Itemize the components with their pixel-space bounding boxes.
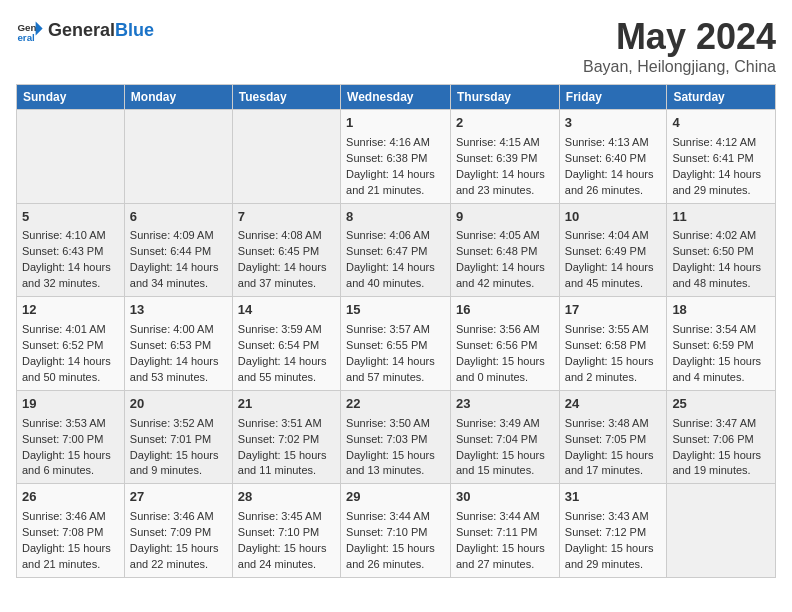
daylight-text: Daylight: 14 hours and 40 minutes. <box>346 261 435 289</box>
daylight-text: Daylight: 14 hours and 50 minutes. <box>22 355 111 383</box>
day-number: 30 <box>456 488 554 507</box>
calendar-day-empty <box>232 110 340 204</box>
sunset-text: Sunset: 6:49 PM <box>565 245 646 257</box>
day-number: 24 <box>565 395 662 414</box>
day-number: 7 <box>238 208 335 227</box>
calendar-day-31: 31Sunrise: 3:43 AMSunset: 7:12 PMDayligh… <box>559 484 667 578</box>
sunset-text: Sunset: 6:47 PM <box>346 245 427 257</box>
sunrise-text: Sunrise: 3:46 AM <box>22 510 106 522</box>
calendar-week-row: 12Sunrise: 4:01 AMSunset: 6:52 PMDayligh… <box>17 297 776 391</box>
calendar-day-empty <box>667 484 776 578</box>
daylight-text: Daylight: 14 hours and 57 minutes. <box>346 355 435 383</box>
daylight-text: Daylight: 15 hours and 17 minutes. <box>565 449 654 477</box>
day-number: 23 <box>456 395 554 414</box>
sunrise-text: Sunrise: 3:55 AM <box>565 323 649 335</box>
main-title: May 2024 <box>583 16 776 58</box>
sunrise-text: Sunrise: 3:54 AM <box>672 323 756 335</box>
sunrise-text: Sunrise: 3:51 AM <box>238 417 322 429</box>
calendar-table: SundayMondayTuesdayWednesdayThursdayFrid… <box>16 84 776 578</box>
daylight-text: Daylight: 15 hours and 24 minutes. <box>238 542 327 570</box>
logo-blue: Blue <box>115 20 154 40</box>
sunrise-text: Sunrise: 3:53 AM <box>22 417 106 429</box>
day-number: 26 <box>22 488 119 507</box>
sunrise-text: Sunrise: 4:09 AM <box>130 229 214 241</box>
logo-text: General <box>48 20 115 40</box>
day-of-week-wednesday: Wednesday <box>341 85 451 110</box>
sunset-text: Sunset: 6:52 PM <box>22 339 103 351</box>
calendar-day-17: 17Sunrise: 3:55 AMSunset: 6:58 PMDayligh… <box>559 297 667 391</box>
daylight-text: Daylight: 14 hours and 55 minutes. <box>238 355 327 383</box>
sunrise-text: Sunrise: 4:00 AM <box>130 323 214 335</box>
calendar-day-20: 20Sunrise: 3:52 AMSunset: 7:01 PMDayligh… <box>124 390 232 484</box>
day-number: 27 <box>130 488 227 507</box>
daylight-text: Daylight: 15 hours and 9 minutes. <box>130 449 219 477</box>
sunset-text: Sunset: 7:10 PM <box>238 526 319 538</box>
calendar-day-empty <box>124 110 232 204</box>
daylight-text: Daylight: 15 hours and 19 minutes. <box>672 449 761 477</box>
calendar-day-22: 22Sunrise: 3:50 AMSunset: 7:03 PMDayligh… <box>341 390 451 484</box>
day-of-week-thursday: Thursday <box>451 85 560 110</box>
sunset-text: Sunset: 6:40 PM <box>565 152 646 164</box>
sunset-text: Sunset: 7:01 PM <box>130 433 211 445</box>
daylight-text: Daylight: 15 hours and 15 minutes. <box>456 449 545 477</box>
sunset-text: Sunset: 6:56 PM <box>456 339 537 351</box>
sunrise-text: Sunrise: 4:01 AM <box>22 323 106 335</box>
sunset-text: Sunset: 7:11 PM <box>456 526 537 538</box>
calendar-day-21: 21Sunrise: 3:51 AMSunset: 7:02 PMDayligh… <box>232 390 340 484</box>
day-of-week-friday: Friday <box>559 85 667 110</box>
day-number: 19 <box>22 395 119 414</box>
day-number: 13 <box>130 301 227 320</box>
day-number: 20 <box>130 395 227 414</box>
calendar-day-28: 28Sunrise: 3:45 AMSunset: 7:10 PMDayligh… <box>232 484 340 578</box>
day-number: 21 <box>238 395 335 414</box>
day-number: 14 <box>238 301 335 320</box>
calendar-day-16: 16Sunrise: 3:56 AMSunset: 6:56 PMDayligh… <box>451 297 560 391</box>
calendar-day-23: 23Sunrise: 3:49 AMSunset: 7:04 PMDayligh… <box>451 390 560 484</box>
calendar-day-4: 4Sunrise: 4:12 AMSunset: 6:41 PMDaylight… <box>667 110 776 204</box>
day-of-week-saturday: Saturday <box>667 85 776 110</box>
calendar-day-30: 30Sunrise: 3:44 AMSunset: 7:11 PMDayligh… <box>451 484 560 578</box>
sunset-text: Sunset: 7:12 PM <box>565 526 646 538</box>
day-number: 10 <box>565 208 662 227</box>
calendar-header-row: SundayMondayTuesdayWednesdayThursdayFrid… <box>17 85 776 110</box>
sunrise-text: Sunrise: 4:10 AM <box>22 229 106 241</box>
sunset-text: Sunset: 6:55 PM <box>346 339 427 351</box>
subtitle: Bayan, Heilongjiang, China <box>583 58 776 76</box>
sunset-text: Sunset: 6:38 PM <box>346 152 427 164</box>
calendar-day-9: 9Sunrise: 4:05 AMSunset: 6:48 PMDaylight… <box>451 203 560 297</box>
daylight-text: Daylight: 14 hours and 32 minutes. <box>22 261 111 289</box>
day-number: 4 <box>672 114 770 133</box>
sunset-text: Sunset: 7:02 PM <box>238 433 319 445</box>
daylight-text: Daylight: 15 hours and 0 minutes. <box>456 355 545 383</box>
sunrise-text: Sunrise: 4:02 AM <box>672 229 756 241</box>
logo-icon: Gen eral <box>16 16 44 44</box>
daylight-text: Daylight: 14 hours and 26 minutes. <box>565 168 654 196</box>
day-number: 6 <box>130 208 227 227</box>
calendar-day-11: 11Sunrise: 4:02 AMSunset: 6:50 PMDayligh… <box>667 203 776 297</box>
sunrise-text: Sunrise: 3:48 AM <box>565 417 649 429</box>
sunrise-text: Sunrise: 4:15 AM <box>456 136 540 148</box>
sunset-text: Sunset: 6:41 PM <box>672 152 753 164</box>
calendar-week-row: 1Sunrise: 4:16 AMSunset: 6:38 PMDaylight… <box>17 110 776 204</box>
day-number: 18 <box>672 301 770 320</box>
logo: Gen eral GeneralBlue <box>16 16 154 44</box>
sunset-text: Sunset: 7:04 PM <box>456 433 537 445</box>
daylight-text: Daylight: 14 hours and 45 minutes. <box>565 261 654 289</box>
calendar-day-6: 6Sunrise: 4:09 AMSunset: 6:44 PMDaylight… <box>124 203 232 297</box>
calendar-day-25: 25Sunrise: 3:47 AMSunset: 7:06 PMDayligh… <box>667 390 776 484</box>
sunrise-text: Sunrise: 3:59 AM <box>238 323 322 335</box>
sunrise-text: Sunrise: 3:44 AM <box>346 510 430 522</box>
day-number: 22 <box>346 395 445 414</box>
calendar-day-1: 1Sunrise: 4:16 AMSunset: 6:38 PMDaylight… <box>341 110 451 204</box>
day-number: 9 <box>456 208 554 227</box>
calendar-day-13: 13Sunrise: 4:00 AMSunset: 6:53 PMDayligh… <box>124 297 232 391</box>
calendar-week-row: 26Sunrise: 3:46 AMSunset: 7:08 PMDayligh… <box>17 484 776 578</box>
daylight-text: Daylight: 15 hours and 11 minutes. <box>238 449 327 477</box>
daylight-text: Daylight: 15 hours and 2 minutes. <box>565 355 654 383</box>
sunset-text: Sunset: 7:08 PM <box>22 526 103 538</box>
sunset-text: Sunset: 6:54 PM <box>238 339 319 351</box>
calendar-day-24: 24Sunrise: 3:48 AMSunset: 7:05 PMDayligh… <box>559 390 667 484</box>
daylight-text: Daylight: 15 hours and 29 minutes. <box>565 542 654 570</box>
sunset-text: Sunset: 6:39 PM <box>456 152 537 164</box>
sunrise-text: Sunrise: 3:49 AM <box>456 417 540 429</box>
